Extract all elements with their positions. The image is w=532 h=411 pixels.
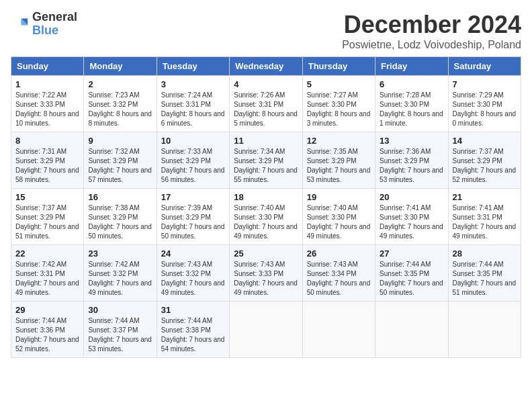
day-info: Sunrise: 7:35 AMSunset: 3:29 PMDaylight:… xyxy=(307,147,371,185)
calendar-cell: 19Sunrise: 7:40 AMSunset: 3:30 PMDayligh… xyxy=(302,189,375,245)
day-info: Sunrise: 7:44 AMSunset: 3:35 PMDaylight:… xyxy=(380,260,443,298)
calendar-cell xyxy=(448,302,521,358)
calendar-week-row: 22Sunrise: 7:42 AMSunset: 3:31 PMDayligh… xyxy=(11,245,521,302)
day-number: 19 xyxy=(307,192,371,202)
calendar-week-row: 1Sunrise: 7:22 AMSunset: 3:33 PMDaylight… xyxy=(11,76,521,132)
day-info: Sunrise: 7:40 AMSunset: 3:30 PMDaylight:… xyxy=(307,203,371,241)
day-info: Sunrise: 7:28 AMSunset: 3:30 PMDaylight:… xyxy=(380,91,443,128)
day-number: 5 xyxy=(307,79,371,89)
day-info: Sunrise: 7:44 AMSunset: 3:37 PMDaylight:… xyxy=(88,316,152,354)
calendar-cell: 24Sunrise: 7:43 AMSunset: 3:32 PMDayligh… xyxy=(157,245,229,302)
day-number: 13 xyxy=(380,136,443,146)
day-info: Sunrise: 7:29 AMSunset: 3:30 PMDaylight:… xyxy=(453,91,517,128)
day-number: 14 xyxy=(453,136,517,146)
day-info: Sunrise: 7:32 AMSunset: 3:29 PMDaylight:… xyxy=(88,147,152,185)
calendar-cell xyxy=(302,302,375,358)
day-number: 21 xyxy=(453,192,517,202)
day-number: 18 xyxy=(234,192,298,202)
day-number: 29 xyxy=(15,305,79,315)
calendar-cell: 9Sunrise: 7:32 AMSunset: 3:29 PMDaylight… xyxy=(84,132,157,189)
day-number: 26 xyxy=(307,248,371,259)
day-number: 15 xyxy=(15,192,79,202)
calendar-week-row: 29Sunrise: 7:44 AMSunset: 3:36 PMDayligh… xyxy=(11,302,521,358)
day-info: Sunrise: 7:42 AMSunset: 3:32 PMDaylight:… xyxy=(88,260,152,298)
calendar-header-friday: Friday xyxy=(375,57,448,76)
day-number: 1 xyxy=(15,79,79,89)
day-info: Sunrise: 7:43 AMSunset: 3:33 PMDaylight:… xyxy=(234,260,298,298)
calendar-cell: 30Sunrise: 7:44 AMSunset: 3:37 PMDayligh… xyxy=(84,302,157,358)
day-number: 16 xyxy=(88,192,152,202)
calendar-header-sunday: Sunday xyxy=(11,57,84,76)
calendar-cell: 25Sunrise: 7:43 AMSunset: 3:33 PMDayligh… xyxy=(230,245,302,302)
day-info: Sunrise: 7:42 AMSunset: 3:31 PMDaylight:… xyxy=(15,260,79,298)
day-info: Sunrise: 7:44 AMSunset: 3:38 PMDaylight:… xyxy=(161,316,225,354)
calendar-cell: 15Sunrise: 7:37 AMSunset: 3:29 PMDayligh… xyxy=(11,189,84,245)
day-info: Sunrise: 7:27 AMSunset: 3:30 PMDaylight:… xyxy=(307,91,371,128)
day-number: 6 xyxy=(380,79,443,89)
day-info: Sunrise: 7:39 AMSunset: 3:29 PMDaylight:… xyxy=(161,203,225,241)
calendar-cell xyxy=(230,302,302,358)
day-info: Sunrise: 7:40 AMSunset: 3:30 PMDaylight:… xyxy=(234,203,298,241)
day-info: Sunrise: 7:36 AMSunset: 3:29 PMDaylight:… xyxy=(380,147,443,185)
day-info: Sunrise: 7:38 AMSunset: 3:29 PMDaylight:… xyxy=(88,203,152,241)
day-number: 31 xyxy=(161,305,225,315)
day-info: Sunrise: 7:41 AMSunset: 3:31 PMDaylight:… xyxy=(453,203,517,241)
calendar-cell: 12Sunrise: 7:35 AMSunset: 3:29 PMDayligh… xyxy=(302,132,375,189)
logo-blue: Blue xyxy=(32,24,77,38)
day-info: Sunrise: 7:43 AMSunset: 3:34 PMDaylight:… xyxy=(307,260,371,298)
calendar-cell: 23Sunrise: 7:42 AMSunset: 3:32 PMDayligh… xyxy=(84,245,157,302)
day-number: 24 xyxy=(161,248,225,259)
calendar-header-wednesday: Wednesday xyxy=(230,57,302,76)
logo-general: General xyxy=(32,11,77,24)
calendar-cell: 17Sunrise: 7:39 AMSunset: 3:29 PMDayligh… xyxy=(157,189,229,245)
day-info: Sunrise: 7:23 AMSunset: 3:32 PMDaylight:… xyxy=(88,91,152,128)
day-info: Sunrise: 7:26 AMSunset: 3:31 PMDaylight:… xyxy=(234,91,298,128)
calendar-cell: 29Sunrise: 7:44 AMSunset: 3:36 PMDayligh… xyxy=(11,302,84,358)
title-area: December 2024 Poswietne, Lodz Voivodeshi… xyxy=(342,11,521,51)
calendar-cell: 8Sunrise: 7:31 AMSunset: 3:29 PMDaylight… xyxy=(11,132,84,189)
day-number: 20 xyxy=(380,192,443,202)
calendar-cell: 10Sunrise: 7:33 AMSunset: 3:29 PMDayligh… xyxy=(157,132,229,189)
logo-icon xyxy=(11,15,30,34)
day-number: 7 xyxy=(453,79,517,89)
calendar-cell: 7Sunrise: 7:29 AMSunset: 3:30 PMDaylight… xyxy=(448,76,521,132)
day-info: Sunrise: 7:31 AMSunset: 3:29 PMDaylight:… xyxy=(15,147,79,185)
day-number: 10 xyxy=(161,136,225,146)
calendar-cell: 20Sunrise: 7:41 AMSunset: 3:30 PMDayligh… xyxy=(375,189,448,245)
calendar-header-saturday: Saturday xyxy=(448,57,521,76)
logo: General Blue xyxy=(11,11,77,38)
month-title: December 2024 xyxy=(342,11,521,39)
day-number: 2 xyxy=(88,79,152,89)
calendar-table: SundayMondayTuesdayWednesdayThursdayFrid… xyxy=(11,56,521,358)
day-info: Sunrise: 7:41 AMSunset: 3:30 PMDaylight:… xyxy=(380,203,443,241)
day-number: 9 xyxy=(88,136,152,146)
day-info: Sunrise: 7:24 AMSunset: 3:31 PMDaylight:… xyxy=(161,91,225,128)
day-number: 30 xyxy=(88,305,152,315)
calendar-header-row: SundayMondayTuesdayWednesdayThursdayFrid… xyxy=(11,57,521,76)
day-info: Sunrise: 7:34 AMSunset: 3:29 PMDaylight:… xyxy=(234,147,298,185)
day-number: 3 xyxy=(161,79,225,89)
day-number: 23 xyxy=(88,248,152,259)
day-number: 27 xyxy=(380,248,443,259)
day-number: 8 xyxy=(15,136,79,146)
day-info: Sunrise: 7:37 AMSunset: 3:29 PMDaylight:… xyxy=(453,147,517,185)
calendar-cell: 5Sunrise: 7:27 AMSunset: 3:30 PMDaylight… xyxy=(302,76,375,132)
calendar-cell: 13Sunrise: 7:36 AMSunset: 3:29 PMDayligh… xyxy=(375,132,448,189)
calendar-cell: 18Sunrise: 7:40 AMSunset: 3:30 PMDayligh… xyxy=(230,189,302,245)
calendar-cell xyxy=(375,302,448,358)
day-number: 28 xyxy=(453,248,517,259)
calendar-cell: 21Sunrise: 7:41 AMSunset: 3:31 PMDayligh… xyxy=(448,189,521,245)
calendar-cell: 4Sunrise: 7:26 AMSunset: 3:31 PMDaylight… xyxy=(230,76,302,132)
header: General Blue December 2024 Poswietne, Lo… xyxy=(11,11,521,51)
logo-text: General Blue xyxy=(32,11,77,38)
calendar-cell: 16Sunrise: 7:38 AMSunset: 3:29 PMDayligh… xyxy=(84,189,157,245)
day-info: Sunrise: 7:22 AMSunset: 3:33 PMDaylight:… xyxy=(15,91,79,128)
day-number: 4 xyxy=(234,79,298,89)
calendar-cell: 1Sunrise: 7:22 AMSunset: 3:33 PMDaylight… xyxy=(11,76,84,132)
calendar-cell: 28Sunrise: 7:44 AMSunset: 3:35 PMDayligh… xyxy=(448,245,521,302)
calendar-header-thursday: Thursday xyxy=(302,57,375,76)
location-title: Poswietne, Lodz Voivodeship, Poland xyxy=(342,39,521,51)
day-number: 11 xyxy=(234,136,298,146)
day-number: 22 xyxy=(15,248,79,259)
day-info: Sunrise: 7:43 AMSunset: 3:32 PMDaylight:… xyxy=(161,260,225,298)
